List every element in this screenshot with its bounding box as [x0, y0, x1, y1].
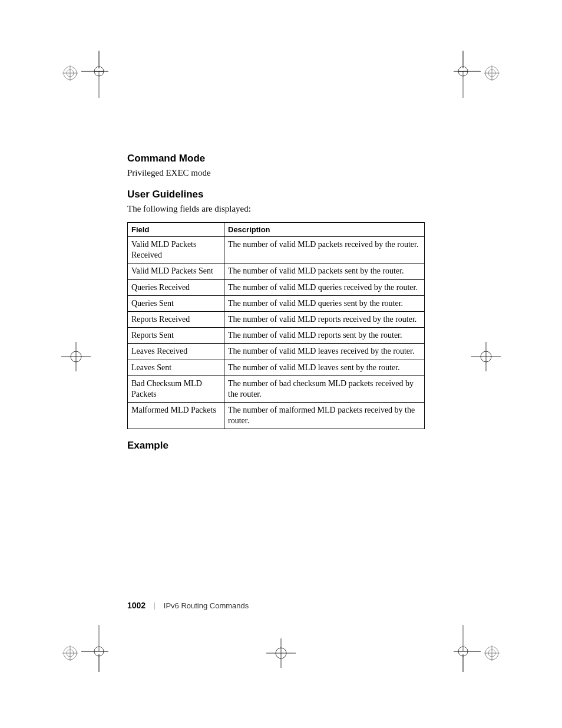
table-cell-field: Reports Sent [128, 328, 224, 344]
table-cell-field: Valid MLD Packets Sent [128, 263, 224, 279]
table-cell-description: The number of valid MLD packets received… [224, 237, 425, 263]
user-guidelines-heading: User Guidelines [127, 189, 425, 200]
registration-mark-top-left [62, 65, 78, 81]
table-cell-description: The number of valid MLD queries received… [224, 279, 425, 295]
command-mode-body: Privileged EXEC mode [127, 168, 425, 178]
registration-mark-bottom-right [484, 645, 500, 661]
table-cell-description: The number of valid MLD queries sent by … [224, 295, 425, 311]
user-guidelines-section: User Guidelines The following fields are… [127, 189, 425, 214]
table-cell-field: Queries Sent [128, 295, 224, 311]
example-section: Example [127, 440, 425, 452]
footer-title: IPv6 Routing Commands [164, 601, 249, 610]
svg-point-18 [71, 351, 81, 362]
table-row: Queries ReceivedThe number of valid MLD … [128, 279, 425, 295]
page-footer: 1002 | IPv6 Routing Commands [127, 601, 249, 610]
table-row: Reports ReceivedThe number of valid MLD … [128, 311, 425, 327]
command-mode-heading: Command Mode [127, 153, 425, 164]
table-header-description: Description [224, 223, 425, 237]
table-row: Leaves SentThe number of valid MLD leave… [128, 360, 425, 375]
table-cell-description: The number of valid MLD leaves received … [224, 344, 425, 360]
registration-mark-top-right [484, 65, 500, 81]
table-row: Valid MLD Packets ReceivedThe number of … [128, 237, 425, 263]
table-cell-description: The number of malformed MLD packets rece… [224, 403, 425, 429]
table-row: Leaves ReceivedThe number of valid MLD l… [128, 344, 425, 360]
svg-point-12 [458, 67, 468, 76]
footer-divider: | [154, 601, 156, 610]
table-cell-field: Leaves Received [128, 344, 224, 360]
registration-mark-bottom-left [62, 645, 78, 661]
table-cell-description: The number of valid MLD leaves sent by t… [224, 360, 425, 375]
table-cell-field: Valid MLD Packets Received [128, 237, 224, 263]
table-row: Bad Checksum MLD PacketsThe number of ba… [128, 375, 425, 402]
table-row: Malformed MLD PacketsThe number of malfo… [128, 403, 425, 429]
command-mode-section: Command Mode Privileged EXEC mode [127, 153, 425, 178]
table-cell-field: Malformed MLD Packets [128, 403, 224, 429]
page-content: Command Mode Privileged EXEC mode User G… [127, 153, 425, 456]
crop-mark-right-mid [471, 342, 501, 371]
svg-point-38 [458, 647, 468, 656]
svg-point-3 [94, 67, 104, 76]
table-cell-field: Reports Received [128, 311, 224, 327]
user-guidelines-body: The following fields are displayed: [127, 204, 425, 214]
table-cell-field: Queries Received [128, 279, 224, 295]
table-cell-description: The number of valid MLD reports sent by … [224, 328, 425, 344]
svg-point-32 [276, 648, 286, 658]
crop-mark-left-mid [61, 342, 91, 371]
page-number: 1002 [127, 601, 146, 610]
table-cell-description: The number of bad checksum MLD packets r… [224, 375, 425, 402]
crop-mark-bottom-center [266, 638, 296, 668]
table-cell-description: The number of valid MLD packets sent by … [224, 263, 425, 279]
fields-table: Field Description Valid MLD Packets Rece… [127, 222, 425, 429]
table-row: Reports SentThe number of valid MLD repo… [128, 328, 425, 344]
table-cell-description: The number of valid MLD reports received… [224, 311, 425, 327]
table-cell-field: Leaves Sent [128, 360, 224, 375]
svg-point-27 [94, 647, 104, 656]
table-header-field: Field [128, 223, 224, 237]
table-row: Queries SentThe number of valid MLD quer… [128, 295, 425, 311]
table-header-row: Field Description [128, 223, 425, 237]
table-row: Valid MLD Packets SentThe number of vali… [128, 263, 425, 279]
svg-point-21 [481, 351, 491, 362]
example-heading: Example [127, 440, 425, 452]
table-cell-field: Bad Checksum MLD Packets [128, 375, 224, 402]
